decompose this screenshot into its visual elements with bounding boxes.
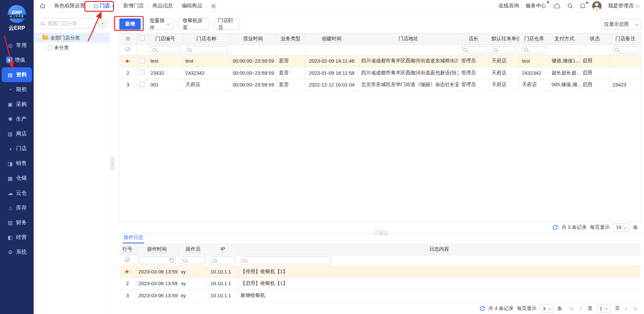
column-header-status[interactable]: 状态 (580, 33, 610, 44)
avatar[interactable] (592, 1, 601, 11)
page-select[interactable]: 1 (597, 304, 611, 312)
log-column-time[interactable]: 操作时间 (136, 244, 178, 255)
service-center-link[interactable]: 服务中心 (526, 2, 546, 9)
prev-page-button[interactable] (579, 306, 584, 311)
category-root-item[interactable]: 全部门店分类 (34, 33, 110, 43)
per-page-select[interactable]: 3 (540, 304, 554, 312)
column-header-default-partner[interactable]: 默认往来单位 (489, 33, 519, 44)
refresh-icon[interactable] (479, 306, 485, 311)
last-page-button[interactable] (633, 306, 638, 311)
sidebar-item-inventory[interactable]: ⌂库存 (0, 200, 34, 215)
sidebar-item-data[interactable]: ▤资料 (2, 67, 32, 82)
filter-input-default-partner[interactable] (499, 47, 515, 53)
select-all-checkbox[interactable] (139, 36, 145, 41)
category-search-input[interactable] (47, 20, 92, 27)
column-header-payment[interactable]: 支付方式 (549, 33, 580, 44)
sidebar-item-purchase[interactable]: ▣采购 (0, 97, 34, 112)
sidebar-item-warehouse[interactable]: ▦仓储 (0, 171, 34, 186)
search-icon[interactable] (567, 3, 573, 9)
tab-role-permission[interactable]: 角色权限设置 (54, 2, 85, 9)
filter-input-manager[interactable] (469, 47, 484, 53)
filter-input-operator[interactable] (188, 257, 203, 263)
row-checkbox[interactable] (139, 70, 145, 75)
sidebar-item-value-added[interactable]: ✚增值 (0, 53, 34, 67)
sidebar-item-operation[interactable]: ◧经营 (0, 230, 34, 245)
column-header-created[interactable]: 创建时间 (305, 33, 358, 44)
next-page-button[interactable] (624, 306, 629, 311)
filter-input-warehouse[interactable] (529, 47, 544, 53)
tab-operation-log[interactable]: 操作日志 (123, 232, 144, 243)
filter-input-log-content[interactable] (248, 257, 329, 263)
store-grid: ⚙ 门店编号 门店名称 营业时间 业务类型 创建时间 门店地址 店长 默认往来单… (119, 33, 641, 222)
clear-filter-icon[interactable] (125, 47, 130, 51)
show-enabled-filter-select[interactable]: 仅显示启用 (601, 19, 641, 29)
tab-edit-product[interactable]: 编辑商品 (181, 2, 202, 9)
bell-icon[interactable] (580, 3, 585, 9)
first-page-button[interactable] (570, 306, 575, 311)
table-row[interactable]: test test 00:00:00~23:59:59 直营 2023-02-0… (120, 55, 641, 67)
column-header-warehouse[interactable]: 门店仓库 (519, 33, 549, 44)
filter-input-ip[interactable] (218, 257, 233, 263)
record-count: 共 4 条记录 (488, 305, 514, 312)
column-header-biz-type[interactable]: 业务类型 (276, 33, 305, 44)
store-category-panel: 全部门店分类 未分类 (34, 12, 110, 314)
row-checkbox[interactable] (139, 81, 145, 87)
refresh-icon[interactable] (552, 225, 558, 230)
sidebar-item-cloud-warehouse[interactable]: ☁云仓 (0, 186, 34, 200)
cloud-sync-icon[interactable] (553, 3, 560, 9)
calendar-icon[interactable] (169, 258, 173, 262)
tab-settings-gear-icon[interactable] (211, 3, 216, 9)
online-consult-link[interactable]: 在线咨询 (498, 2, 519, 9)
sidebar-item-label: 销售 (16, 160, 27, 167)
filter-input-remark[interactable] (620, 47, 636, 53)
column-header-address[interactable]: 门店地址 (359, 33, 459, 44)
close-tab-icon[interactable] (112, 3, 115, 9)
column-header-hours[interactable]: 营业时间 (230, 33, 276, 44)
store-staff-button[interactable]: 门店职员 (214, 18, 240, 29)
column-settings[interactable]: ⚙ (120, 33, 136, 44)
table-row[interactable]: 3 001 天府店 00:00:00~23:59:59 直营 2022-12-1… (120, 79, 641, 91)
log-row[interactable]: 2023-03-06 13:59:14 xy 10.10.1.1 【停用】收银机… (119, 265, 640, 277)
sidebar-item-finance[interactable]: ▧财务 (0, 215, 34, 230)
add-store-button[interactable]: 新增 (119, 18, 141, 29)
operation-log-panel: 操作日志 行号 操作时间 操作员 IP 日志内容 (119, 233, 644, 313)
cashier-settings-button[interactable]: 收银机设置 (178, 18, 209, 29)
add-category-button[interactable] (98, 19, 107, 27)
sidebar-item-production[interactable]: ✱生产 (0, 112, 34, 126)
filter-input-store-name[interactable] (193, 47, 225, 53)
log-column-operator[interactable]: 操作员 (178, 244, 208, 255)
column-header-remark[interactable]: 门店备注 (610, 33, 641, 44)
filter-input-store-no[interactable] (158, 47, 178, 53)
category-uncategorized-item[interactable]: 未分类 (34, 43, 110, 52)
tab-new-store[interactable]: 新增门店 (123, 2, 144, 9)
log-row[interactable]: 3 2023-03-06 13:59:12 xy 10.10.1.1 新增收银机 (119, 290, 640, 302)
sidebar-item-sales[interactable]: ◨销售 (0, 156, 34, 171)
sidebar-item-common[interactable]: ◎常用 (0, 38, 34, 53)
column-header-store-no[interactable]: 门店编号 (148, 33, 182, 44)
sidebar-item-system[interactable]: ⚙系统 (0, 245, 34, 259)
brand-name: 云ERP (9, 24, 25, 32)
column-header-store-name[interactable]: 门店名称 (183, 33, 230, 44)
current-row-marker (126, 270, 129, 273)
filter-input-log-time[interactable] (141, 257, 168, 263)
chevron-down-icon (623, 225, 627, 229)
row-checkbox[interactable] (139, 58, 145, 63)
home-icon[interactable] (40, 3, 46, 9)
log-column-content[interactable]: 日志内容 (238, 244, 640, 255)
column-header-manager[interactable]: 店长 (459, 33, 489, 44)
log-row[interactable]: 2 2023-03-06 13:59:14 xy 10.10.1.1 【启用】收… (119, 277, 640, 290)
collapse-panel-handle[interactable] (110, 157, 115, 171)
per-page-select[interactable]: 14 (613, 223, 630, 231)
sidebar-item-opening[interactable]: ◔期初 (0, 82, 34, 97)
log-column-ip[interactable]: IP (208, 244, 238, 255)
table-row[interactable]: 2 23432 2432342 00:00:00~23:59:59 直营 202… (120, 67, 641, 79)
sidebar-item-store[interactable]: ◑门店 (0, 141, 34, 156)
cell-address: 四川省成都市青羊区西御河街道老东城根街21号人... (359, 55, 459, 67)
batch-operations-dropdown[interactable]: 批量操作 (145, 18, 174, 29)
user-menu[interactable]: 我是管理员 (608, 2, 639, 9)
tab-product-info[interactable]: 商品信息 (152, 2, 173, 9)
sidebar-item-online-shop[interactable]: ▥网店 (0, 126, 34, 141)
tab-store[interactable]: 门店 (94, 2, 115, 9)
log-column-row-no[interactable]: 行号 (119, 244, 136, 255)
clear-filter-icon[interactable] (125, 257, 129, 262)
